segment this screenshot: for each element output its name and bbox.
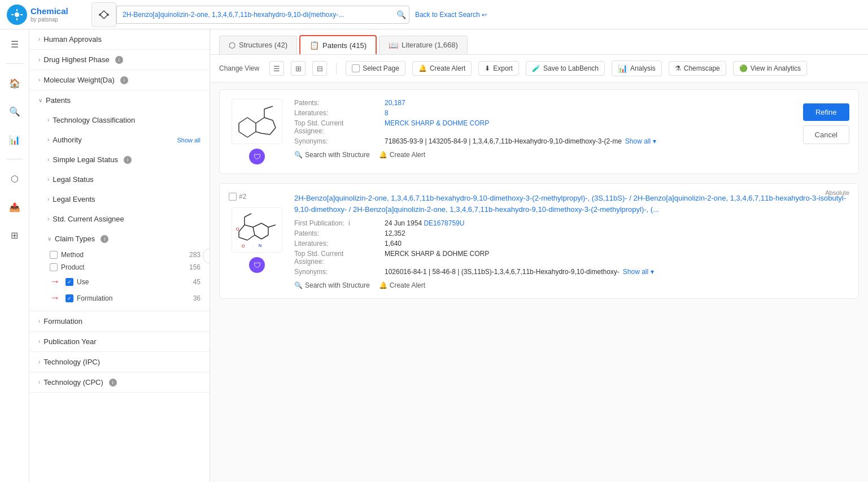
method-checkbox[interactable] [50,251,58,259]
select-page-btn[interactable]: Select Page [346,61,405,76]
select-page-checkbox[interactable] [352,64,360,72]
search-input[interactable] [116,6,409,24]
chevron-icon: › [38,77,40,83]
create-alert-btn-2[interactable]: 🔔 Create Alert [379,281,425,289]
analysis-btn[interactable]: 📊 Analysis [612,60,662,76]
technology-classification-header[interactable]: › Technology Classification [34,110,210,130]
product-label: Product [61,263,180,271]
result-2-checkbox[interactable] [229,193,237,201]
chevron-icon: › [47,176,49,183]
export-btn[interactable]: ⬇ Export [478,61,519,76]
info-icon: i [115,56,123,64]
result-title-2[interactable]: 2H-Benzo[a]quinolizin-2-one, 1,3,4,6,7,1… [294,193,849,215]
filter-section-molecular-weight-header[interactable]: › Molecular Weight(Da) i [29,70,210,90]
first-pub-info-icon: i [348,219,350,227]
chevron-icon: › [47,137,49,143]
synonyms-label-2: Synonyms: [294,268,385,276]
sidebar-icon-box[interactable]: ⬡ [6,170,24,188]
product-checkbox[interactable] [50,263,58,271]
view-list-btn[interactable]: ☰ [269,61,284,76]
top-std-value-1[interactable]: MERCK SHARP & DOHME CORP [385,119,489,135]
tab-patents[interactable]: 📋 Patents (415) [299,35,377,54]
create-alert-icon-2: 🔔 [379,281,387,289]
sidebar-icon-menu[interactable]: ☰ [6,35,24,53]
svg-line-28 [253,227,255,235]
formulation-count: 36 [184,294,200,302]
view-in-analytics-btn[interactable]: 🟢 View in Analytics [733,61,807,76]
top-std-label-2: Top Std. Current Assignee: [294,250,385,266]
sidebar-icon-grid[interactable]: ⊞ [6,226,24,244]
filter-section-drug-highest-phase-header[interactable]: › Drug Highest Phase i [29,50,210,70]
molecular-weight-label: Molecular Weight(Da) [43,76,114,84]
filter-section-human-approvals-header[interactable]: › Human Approvals [29,29,210,49]
use-checkbox[interactable]: ✓ [66,278,73,286]
technology-ipc-label: Technology (IPC) [43,358,100,366]
std-current-assignee-header[interactable]: › Std. Current Assignee [34,209,210,229]
technology-cpc-header[interactable]: › Technology (CPC) i [29,372,210,392]
synonyms-label-1: Synonyms: [294,137,385,145]
claim-type-product: Product 156 [50,261,200,273]
search-with-structure-btn-2[interactable]: 🔍 Search with Structure [294,281,370,289]
authority-show-all[interactable]: Show all [177,137,200,144]
patents-value-1[interactable]: 20,187 [385,99,405,107]
svg-line-38 [245,214,251,217]
method-label: Method [61,251,180,259]
formulation-label: Formulation [77,294,180,302]
create-alert-btn-1[interactable]: 🔔 Create Alert [379,151,425,159]
use-count: 45 [184,278,200,286]
claim-types-header[interactable]: ∨ Claim Types i [34,229,210,249]
drug-highest-phase-label: Drug Highest Phase [43,55,109,64]
claim-types-label: Claim Types [55,235,95,243]
sidebar-icon-chart[interactable]: 📊 [6,131,24,149]
search-with-structure-btn-1[interactable]: 🔍 Search with Structure [294,151,370,159]
authority-label: Authority [53,136,81,144]
formulation-section-header[interactable]: › Formulation [29,311,210,331]
svg-text:O: O [236,227,239,231]
claim-type-formulation: → ✓ Formulation 36 [50,290,200,306]
save-to-labench-btn[interactable]: 🧪 Save to LabBench [526,61,605,76]
view-grid-btn[interactable]: ⊞ [291,61,306,76]
sidebar-icon-upload[interactable]: 📤 [6,198,24,216]
literatures-value-2: 1,640 [385,240,402,247]
legal-events-header[interactable]: › Legal Events [34,189,210,209]
results-area: 🛡 Patents: 20,187 Literatures: 8 Top Std… [210,82,868,482]
show-all-synonyms-1[interactable]: Show all ▾ [625,137,656,145]
claim-types-section: ∨ Claim Types i Method 283 [34,229,210,311]
sidebar-icons: ☰ 🏠 🔍 📊 ⬡ 📤 ⊞ [0,29,29,482]
chevron-icon: › [47,117,49,123]
refine-btn[interactable]: Refine [803,103,849,121]
chevron-icon: › [38,36,40,42]
first-pub-link-2[interactable]: DE1678759U [424,219,464,227]
chemscape-btn[interactable]: ⚗ Chemscape [669,61,726,76]
molecule-thumbnail[interactable] [91,2,116,27]
product-count: 156 [184,263,200,271]
show-all-synonyms-2[interactable]: Show all ▾ [623,268,654,276]
back-to-exact-search-link[interactable]: Back to Exact Search ↩ [415,11,487,19]
structures-tab-label: Structures (42) [239,41,287,49]
patents-row-2: Patents: 12,352 [294,229,849,237]
cancel-btn[interactable]: Cancel [803,125,849,144]
formulation-checkbox[interactable]: ✓ [66,294,73,302]
create-alert-btn[interactable]: 🔔 Create Alert [412,61,472,76]
search-input-wrap: 🔍 [116,6,409,24]
human-approvals-label: Human Approvals [43,35,102,44]
legal-status-header[interactable]: › Legal Status [34,170,210,189]
sidebar-icon-home[interactable]: 🏠 [6,74,24,92]
literatures-value-1[interactable]: 8 [385,109,389,117]
sidebar-icon-search[interactable]: 🔍 [6,102,24,120]
view-compact-btn[interactable]: ⊟ [312,61,327,76]
literature-tab-icon: 📖 [389,41,398,50]
chevron-icon: › [38,379,40,385]
tab-structures[interactable]: ⬡ Structures (42) [219,36,297,54]
topbar: Chemical by patsnap 🔍 Back to Exact Sear… [0,0,868,29]
simple-legal-status-header[interactable]: › Simple Legal Status i [34,150,210,170]
authority-header[interactable]: › Authority Show all [34,130,210,150]
first-pub-label-2: First Publication: i [294,219,385,227]
filter-section-patents-header[interactable]: ∨ Patents [29,90,210,110]
svg-line-18 [256,118,264,123]
chevron-icon: › [38,57,40,63]
technology-ipc-header[interactable]: › Technology (IPC) [29,352,210,372]
tab-literature[interactable]: 📖 Literature (1,668) [379,36,468,54]
publication-year-header[interactable]: › Publication Year [29,332,210,351]
shield-badge-2: 🛡 [249,257,265,273]
